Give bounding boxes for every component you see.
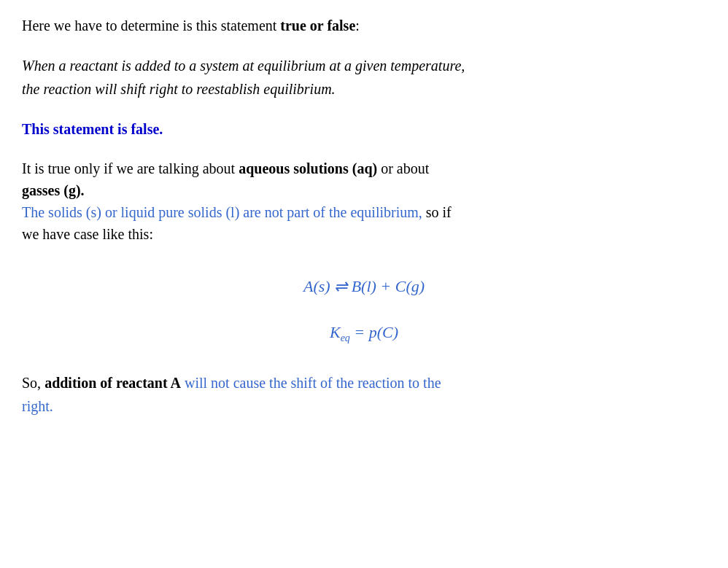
italic-statement: When a reactant is added to a system at … — [22, 54, 706, 101]
intro-text-start: Here we have to determine is this statem… — [22, 17, 280, 34]
exp-line1-start: It is true only if we are talking about — [22, 160, 239, 176]
exp-line2-end: so if — [422, 204, 452, 220]
exp-bold1: aqueous solutions (aq) — [239, 160, 377, 176]
exp-line1-end: or about — [377, 160, 429, 176]
explanation-line3: The solids (s) or liquid pure solids (l)… — [22, 201, 706, 223]
conclusion-blue-end: will not cause the shift of the reaction… — [181, 375, 441, 391]
explanation-line2: gasses (g). — [22, 179, 706, 201]
intro-bold: true or false — [280, 17, 355, 34]
conclusion-last-word: right. — [22, 398, 53, 414]
equation-display: A(s) ⇌ B(l) + C(g) — [303, 277, 425, 295]
content-wrapper: Here we have to determine is this statem… — [22, 15, 706, 418]
main-explanation: It is true only if we are talking about … — [22, 157, 706, 245]
italic-line2: the reaction will shift right to reestab… — [22, 81, 336, 97]
chemical-equation: A(s) ⇌ B(l) + C(g) — [22, 274, 706, 298]
keq-equation: Keq = p(C) — [22, 320, 706, 346]
exp-blue-start: The solids (s) or liquid pure solids (l)… — [22, 204, 422, 220]
italic-line1: When a reactant is added to a system at … — [22, 58, 465, 74]
intro-text-end: : — [355, 17, 360, 34]
conclusion: So, addition of reactant A will not caus… — [22, 371, 706, 418]
false-statement: This statement is false. — [22, 118, 706, 140]
intro-paragraph: Here we have to determine is this statem… — [22, 15, 706, 36]
conclusion-start: So, — [22, 375, 44, 391]
explanation-line1: It is true only if we are talking about … — [22, 157, 706, 179]
exp-bold2: gasses (g). — [22, 182, 85, 198]
conclusion-bold: addition of reactant A — [44, 375, 181, 391]
keq-display: Keq = p(C) — [330, 323, 398, 341]
explanation-line4: we have case like this: — [22, 223, 706, 245]
